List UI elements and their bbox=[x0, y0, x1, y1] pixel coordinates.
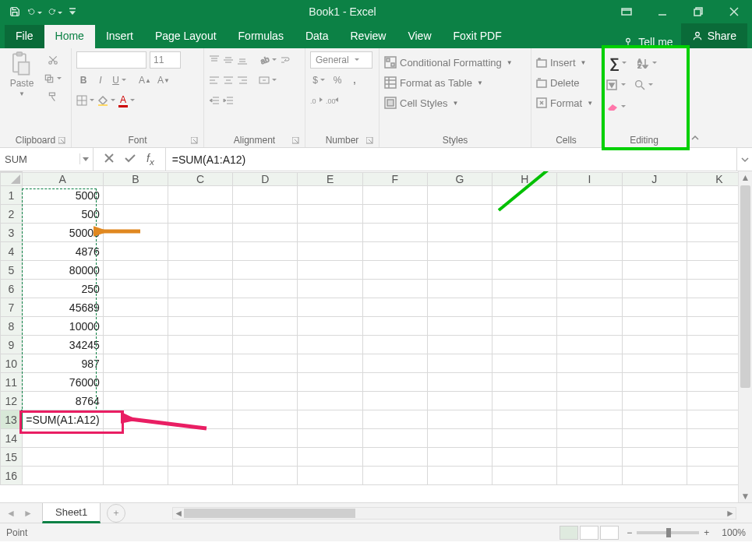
cell-A14[interactable] bbox=[22, 429, 103, 448]
grid[interactable]: A B C D E F G H I J K 150002500350000448… bbox=[0, 171, 752, 485]
formula-input[interactable] bbox=[172, 153, 730, 166]
align-top-icon[interactable] bbox=[209, 51, 220, 69]
number-format-select[interactable]: General bbox=[310, 51, 372, 69]
cell-G4[interactable] bbox=[427, 242, 492, 261]
cell-I12[interactable] bbox=[557, 392, 622, 410]
scroll-down-icon[interactable]: ▼ bbox=[739, 490, 752, 502]
find-select-button[interactable] bbox=[634, 76, 653, 93]
fill-color-icon[interactable] bbox=[97, 92, 115, 109]
name-box[interactable]: SUM bbox=[0, 148, 94, 171]
row-header-9[interactable]: 9 bbox=[1, 336, 23, 354]
scroll-right-icon[interactable]: ► bbox=[725, 508, 736, 519]
scroll-up-icon[interactable]: ▲ bbox=[739, 171, 752, 184]
font-name-input[interactable] bbox=[76, 51, 147, 69]
row-header-5[interactable]: 5 bbox=[1, 261, 23, 280]
align-left-icon[interactable] bbox=[209, 72, 220, 89]
cell-F16[interactable] bbox=[362, 467, 427, 485]
bold-button[interactable]: B bbox=[76, 72, 90, 89]
cell-J12[interactable] bbox=[622, 392, 687, 410]
cell-H6[interactable] bbox=[493, 280, 557, 298]
font-launcher-icon[interactable] bbox=[191, 136, 199, 144]
sheet-tab-sheet1[interactable]: Sheet1 bbox=[42, 503, 101, 523]
cell-D9[interactable] bbox=[233, 336, 298, 354]
percent-format-icon[interactable]: % bbox=[330, 72, 344, 89]
cell-D15[interactable] bbox=[233, 448, 298, 467]
cell-J4[interactable] bbox=[622, 242, 687, 261]
orientation-icon[interactable]: ab bbox=[259, 51, 277, 69]
cells-delete-button[interactable]: Delete bbox=[536, 75, 580, 90]
row-header-14[interactable]: 14 bbox=[1, 429, 23, 448]
tab-home[interactable]: Home bbox=[44, 25, 95, 48]
cell-J8[interactable] bbox=[622, 317, 687, 336]
cell-F10[interactable] bbox=[362, 354, 427, 373]
cell-F8[interactable] bbox=[362, 317, 427, 336]
hscroll-thumb[interactable] bbox=[184, 509, 355, 518]
cell-F12[interactable] bbox=[362, 392, 427, 410]
cell-C12[interactable] bbox=[168, 392, 233, 410]
cell-I15[interactable] bbox=[557, 448, 622, 467]
cell-E11[interactable] bbox=[298, 373, 362, 392]
cell-H9[interactable] bbox=[493, 336, 557, 354]
col-header-E[interactable]: E bbox=[298, 173, 362, 186]
cell-H10[interactable] bbox=[493, 354, 557, 373]
row-header-2[interactable]: 2 bbox=[1, 205, 23, 224]
cell-H8[interactable] bbox=[493, 317, 557, 336]
cell-I3[interactable] bbox=[557, 224, 622, 242]
ribbon-display-options-icon[interactable] bbox=[609, 0, 644, 23]
new-sheet-button[interactable]: ＋ bbox=[107, 504, 125, 523]
cell-E10[interactable] bbox=[298, 354, 362, 373]
cell-F6[interactable] bbox=[362, 280, 427, 298]
tab-review[interactable]: Review bbox=[340, 25, 397, 48]
view-page-layout-button[interactable] bbox=[580, 526, 598, 540]
copy-icon[interactable] bbox=[44, 70, 62, 87]
cell-J3[interactable] bbox=[622, 224, 687, 242]
row-header-3[interactable]: 3 bbox=[1, 224, 23, 242]
cell-A10[interactable]: 987 bbox=[22, 354, 103, 373]
cell-C1[interactable] bbox=[168, 186, 233, 205]
cell-D6[interactable] bbox=[233, 280, 298, 298]
cell-D13[interactable] bbox=[233, 410, 298, 429]
sort-filter-button[interactable]: AZ bbox=[637, 55, 657, 72]
cell-C10[interactable] bbox=[168, 354, 233, 373]
cell-I6[interactable] bbox=[557, 280, 622, 298]
cell-D4[interactable] bbox=[233, 242, 298, 261]
cell-A7[interactable]: 45689 bbox=[22, 298, 103, 317]
undo-icon[interactable] bbox=[28, 5, 42, 19]
cell-C3[interactable] bbox=[168, 224, 233, 242]
align-bottom-icon[interactable] bbox=[237, 51, 248, 69]
cut-icon[interactable] bbox=[44, 51, 62, 69]
select-all-corner[interactable] bbox=[1, 173, 23, 186]
clear-button[interactable] bbox=[606, 98, 626, 115]
increase-indent-icon[interactable] bbox=[223, 92, 234, 109]
cell-J1[interactable] bbox=[622, 186, 687, 205]
cell-H5[interactable] bbox=[493, 261, 557, 280]
cell-E6[interactable] bbox=[298, 280, 362, 298]
cell-F13[interactable] bbox=[362, 410, 427, 429]
cell-E9[interactable] bbox=[298, 336, 362, 354]
cell-B8[interactable] bbox=[103, 317, 168, 336]
row-header-8[interactable]: 8 bbox=[1, 317, 23, 336]
cell-J2[interactable] bbox=[622, 205, 687, 224]
cell-I13[interactable] bbox=[557, 410, 622, 429]
cell-D3[interactable] bbox=[233, 224, 298, 242]
cell-E3[interactable] bbox=[298, 224, 362, 242]
cell-E1[interactable] bbox=[298, 186, 362, 205]
row-header-1[interactable]: 1 bbox=[1, 186, 23, 205]
cell-J5[interactable] bbox=[622, 261, 687, 280]
font-size-input[interactable] bbox=[150, 51, 181, 69]
cell-E16[interactable] bbox=[298, 467, 362, 485]
cell-H16[interactable] bbox=[493, 467, 557, 485]
cell-B13[interactable] bbox=[103, 410, 168, 429]
cell-H14[interactable] bbox=[493, 429, 557, 448]
cell-B6[interactable] bbox=[103, 280, 168, 298]
cell-E4[interactable] bbox=[298, 242, 362, 261]
decrease-decimal-icon[interactable]: .00 bbox=[326, 92, 338, 109]
col-header-B[interactable]: B bbox=[103, 173, 168, 186]
cell-I14[interactable] bbox=[557, 429, 622, 448]
cell-G16[interactable] bbox=[427, 467, 492, 485]
cell-A1[interactable]: 5000 bbox=[22, 186, 103, 205]
cell-A9[interactable]: 34245 bbox=[22, 336, 103, 354]
cell-J7[interactable] bbox=[622, 298, 687, 317]
sheet-nav[interactable]: ◄ ► bbox=[0, 508, 39, 519]
share-button[interactable]: Share bbox=[681, 23, 747, 48]
